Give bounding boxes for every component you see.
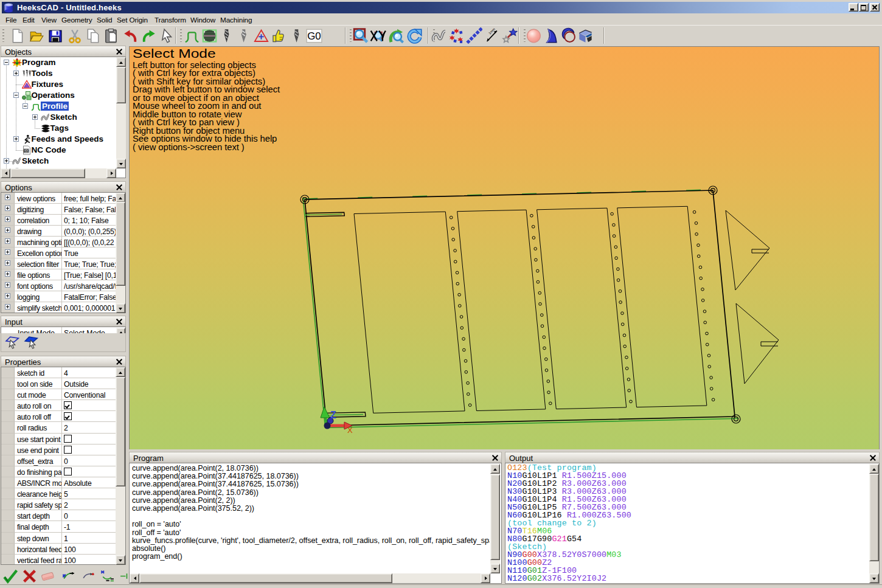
svg-text:G0: G0 bbox=[307, 30, 321, 42]
svg-text:GO: GO bbox=[23, 149, 29, 153]
svg-text:X: X bbox=[347, 426, 353, 435]
svg-text:Z: Z bbox=[330, 410, 336, 420]
